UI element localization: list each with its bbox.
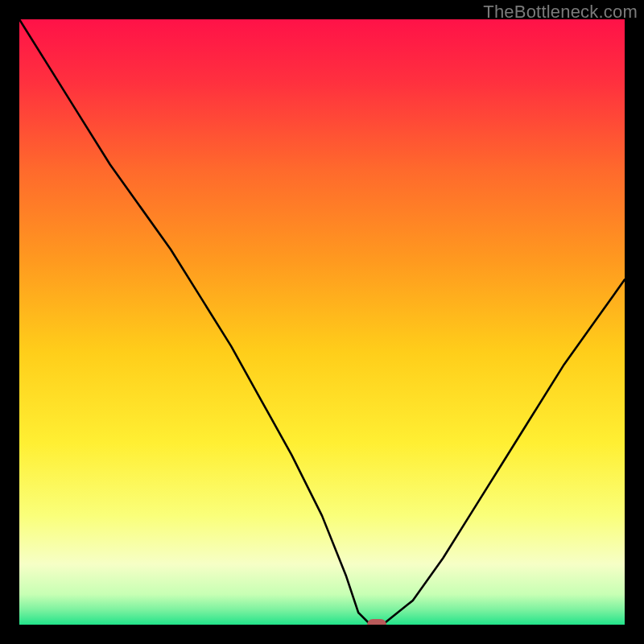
chart-frame: TheBottleneck.com <box>0 0 644 644</box>
bottleneck-curve <box>19 19 625 625</box>
plot-area <box>19 19 625 625</box>
optimum-marker <box>367 619 386 625</box>
watermark-text: TheBottleneck.com <box>483 2 638 23</box>
